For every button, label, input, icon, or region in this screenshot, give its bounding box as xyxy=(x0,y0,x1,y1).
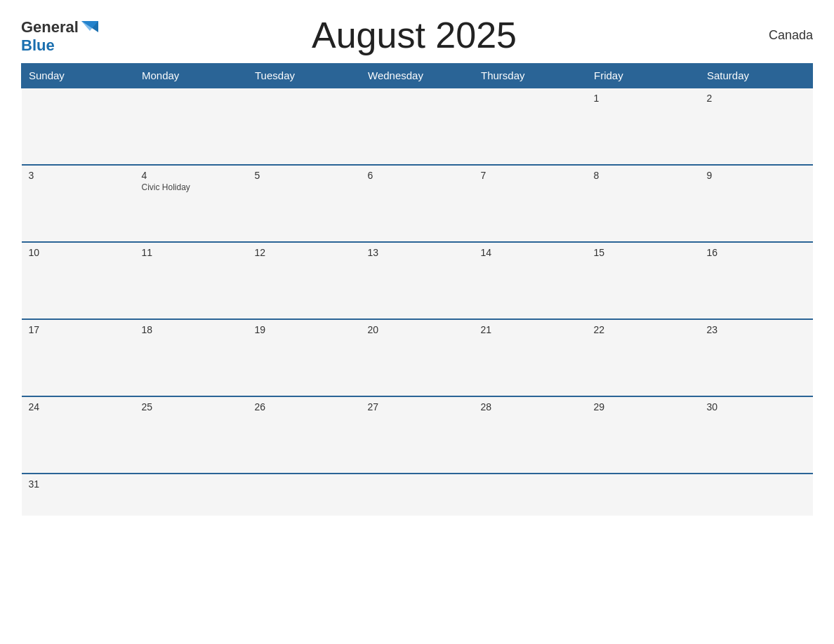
day-number: 27 xyxy=(368,401,467,412)
calendar-day-cell: 1 xyxy=(587,88,700,165)
calendar-day-cell: 12 xyxy=(248,242,361,319)
calendar-day-cell: 5 xyxy=(248,165,361,242)
calendar-day-cell xyxy=(135,88,248,165)
logo-triangle-icon xyxy=(80,17,100,36)
day-number: 11 xyxy=(142,247,241,258)
holiday-label: Civic Holiday xyxy=(142,182,241,192)
calendar-day-cell: 25 xyxy=(135,396,248,474)
day-number: 15 xyxy=(594,247,693,258)
day-number: 1 xyxy=(594,93,693,104)
calendar-week-row: 24252627282930 xyxy=(22,396,813,474)
calendar-day-cell xyxy=(248,88,361,165)
calendar-day-cell: 26 xyxy=(248,396,361,474)
col-wednesday: Wednesday xyxy=(361,64,474,88)
calendar-day-cell: 7 xyxy=(474,165,587,242)
calendar-day-cell: 18 xyxy=(135,319,248,396)
calendar-day-cell: 2 xyxy=(700,88,813,165)
day-number: 25 xyxy=(142,401,241,412)
calendar-day-cell: 28 xyxy=(474,396,587,474)
calendar-day-cell xyxy=(700,474,813,516)
calendar-week-row: 17181920212223 xyxy=(22,319,813,396)
calendar-day-cell xyxy=(587,474,700,516)
day-number: 17 xyxy=(29,324,128,335)
calendar-day-cell: 8 xyxy=(587,165,700,242)
col-sunday: Sunday xyxy=(22,64,135,88)
day-number: 30 xyxy=(707,401,806,412)
day-number: 6 xyxy=(368,170,467,181)
logo-general-text: General xyxy=(21,20,79,35)
page-header: General Blue August 2025 Canada xyxy=(21,14,813,56)
calendar-day-cell: 30 xyxy=(700,396,813,474)
day-number: 21 xyxy=(481,324,580,335)
calendar-day-cell xyxy=(361,88,474,165)
day-number: 8 xyxy=(594,170,693,181)
day-number: 23 xyxy=(707,324,806,335)
calendar-day-cell: 22 xyxy=(587,319,700,396)
day-number: 28 xyxy=(481,401,580,412)
day-number: 14 xyxy=(481,247,580,258)
logo-blue-text: Blue xyxy=(21,38,55,53)
col-friday: Friday xyxy=(587,64,700,88)
day-number: 18 xyxy=(142,324,241,335)
day-number: 20 xyxy=(368,324,467,335)
calendar-week-row: 10111213141516 xyxy=(22,242,813,319)
calendar-day-cell: 24 xyxy=(22,396,135,474)
calendar-day-cell xyxy=(135,474,248,516)
day-number: 5 xyxy=(255,170,354,181)
calendar-day-cell: 21 xyxy=(474,319,587,396)
calendar-day-cell xyxy=(248,474,361,516)
day-number: 26 xyxy=(255,401,354,412)
day-number: 29 xyxy=(594,401,693,412)
calendar-day-cell xyxy=(474,474,587,516)
calendar-day-cell: 10 xyxy=(22,242,135,319)
col-saturday: Saturday xyxy=(700,64,813,88)
calendar-day-cell: 3 xyxy=(22,165,135,242)
calendar-day-cell xyxy=(361,474,474,516)
day-number: 12 xyxy=(255,247,354,258)
calendar-day-cell: 19 xyxy=(248,319,361,396)
calendar-day-cell: 31 xyxy=(22,474,135,516)
calendar-day-cell: 14 xyxy=(474,242,587,319)
day-number: 3 xyxy=(29,170,128,181)
day-number: 7 xyxy=(481,170,580,181)
calendar-day-cell xyxy=(22,88,135,165)
calendar-day-cell: 20 xyxy=(361,319,474,396)
day-number: 10 xyxy=(29,247,128,258)
day-number: 9 xyxy=(707,170,806,181)
calendar-day-cell: 17 xyxy=(22,319,135,396)
calendar-week-row: 12 xyxy=(22,88,813,165)
calendar-day-cell: 16 xyxy=(700,242,813,319)
col-thursday: Thursday xyxy=(474,64,587,88)
calendar-day-cell: 9 xyxy=(700,165,813,242)
col-tuesday: Tuesday xyxy=(248,64,361,88)
calendar-day-cell: 4Civic Holiday xyxy=(135,165,248,242)
calendar-day-cell: 27 xyxy=(361,396,474,474)
day-number: 2 xyxy=(707,93,806,104)
calendar-day-cell: 13 xyxy=(361,242,474,319)
day-number: 13 xyxy=(368,247,467,258)
calendar-header-row: Sunday Monday Tuesday Wednesday Thursday… xyxy=(22,64,813,88)
day-number: 16 xyxy=(707,247,806,258)
calendar-day-cell xyxy=(474,88,587,165)
page-title: August 2025 xyxy=(100,14,729,56)
calendar-day-cell: 6 xyxy=(361,165,474,242)
calendar-day-cell: 23 xyxy=(700,319,813,396)
calendar-table: Sunday Monday Tuesday Wednesday Thursday… xyxy=(21,63,813,516)
logo: General Blue xyxy=(21,17,100,53)
col-monday: Monday xyxy=(135,64,248,88)
calendar-day-cell: 15 xyxy=(587,242,700,319)
country-label: Canada xyxy=(729,28,813,43)
day-number: 4 xyxy=(142,170,241,181)
calendar-day-cell: 11 xyxy=(135,242,248,319)
day-number: 22 xyxy=(594,324,693,335)
day-number: 19 xyxy=(255,324,354,335)
calendar-day-cell: 29 xyxy=(587,396,700,474)
calendar-week-row: 31 xyxy=(22,474,813,516)
day-number: 31 xyxy=(29,478,128,490)
calendar-week-row: 34Civic Holiday56789 xyxy=(22,165,813,242)
day-number: 24 xyxy=(29,401,128,412)
